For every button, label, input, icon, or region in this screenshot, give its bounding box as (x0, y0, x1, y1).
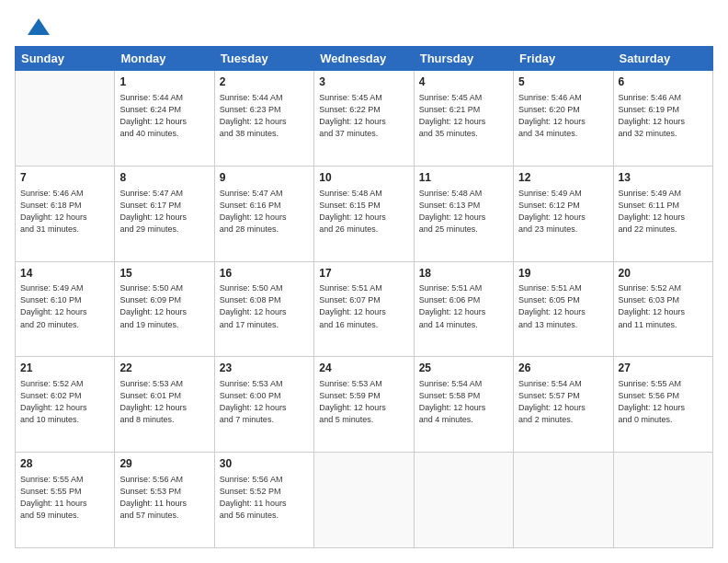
day-info: Sunrise: 5:44 AM Sunset: 6:23 PM Dayligh… (220, 92, 309, 140)
day-info: Sunrise: 5:46 AM Sunset: 6:18 PM Dayligh… (20, 188, 109, 236)
calendar-cell (613, 453, 712, 548)
week-row-5: 28Sunrise: 5:55 AM Sunset: 5:55 PM Dayli… (16, 453, 713, 548)
day-info: Sunrise: 5:48 AM Sunset: 6:13 PM Dayligh… (419, 188, 508, 236)
calendar-cell: 6Sunrise: 5:46 AM Sunset: 6:19 PM Daylig… (613, 71, 712, 167)
calendar-cell: 5Sunrise: 5:46 AM Sunset: 6:20 PM Daylig… (514, 71, 613, 167)
day-info: Sunrise: 5:51 AM Sunset: 6:05 PM Dayligh… (518, 282, 608, 330)
day-info: Sunrise: 5:52 AM Sunset: 6:03 PM Dayligh… (619, 282, 708, 330)
day-info: Sunrise: 5:53 AM Sunset: 5:59 PM Dayligh… (319, 378, 408, 426)
day-number: 1 (119, 75, 209, 90)
day-number: 10 (319, 170, 408, 186)
calendar-cell: 26Sunrise: 5:54 AM Sunset: 5:57 PM Dayli… (514, 357, 613, 453)
calendar-cell: 17Sunrise: 5:51 AM Sunset: 6:07 PM Dayli… (314, 261, 414, 357)
calendar-cell: 14Sunrise: 5:49 AM Sunset: 6:10 PM Dayli… (16, 261, 115, 357)
day-info: Sunrise: 5:54 AM Sunset: 5:57 PM Dayligh… (518, 378, 608, 426)
day-info: Sunrise: 5:50 AM Sunset: 6:09 PM Dayligh… (119, 282, 209, 330)
day-number: 7 (20, 170, 109, 186)
day-info: Sunrise: 5:47 AM Sunset: 6:17 PM Dayligh… (119, 188, 209, 236)
svg-marker-0 (28, 18, 50, 35)
weekday-header-sunday: Sunday (16, 47, 115, 71)
calendar-cell: 7Sunrise: 5:46 AM Sunset: 6:18 PM Daylig… (16, 166, 115, 261)
weekday-header-thursday: Thursday (414, 47, 513, 71)
day-number: 20 (619, 266, 708, 282)
day-info: Sunrise: 5:45 AM Sunset: 6:22 PM Dayligh… (319, 92, 408, 140)
day-number: 24 (319, 361, 408, 376)
logo-icon (26, 15, 51, 40)
day-number: 30 (220, 456, 309, 472)
day-info: Sunrise: 5:48 AM Sunset: 6:15 PM Dayligh… (319, 188, 408, 236)
day-info: Sunrise: 5:49 AM Sunset: 6:11 PM Dayligh… (619, 188, 708, 236)
calendar-cell: 15Sunrise: 5:50 AM Sunset: 6:09 PM Dayli… (115, 261, 214, 357)
day-info: Sunrise: 5:56 AM Sunset: 5:53 PM Dayligh… (119, 474, 209, 522)
calendar-cell: 16Sunrise: 5:50 AM Sunset: 6:08 PM Dayli… (214, 261, 313, 357)
day-info: Sunrise: 5:52 AM Sunset: 6:02 PM Dayligh… (20, 378, 109, 426)
day-info: Sunrise: 5:49 AM Sunset: 6:12 PM Dayligh… (518, 188, 608, 236)
calendar-cell: 24Sunrise: 5:53 AM Sunset: 5:59 PM Dayli… (314, 357, 414, 453)
day-number: 4 (419, 75, 508, 90)
week-row-1: 1Sunrise: 5:44 AM Sunset: 6:24 PM Daylig… (16, 71, 713, 167)
day-info: Sunrise: 5:51 AM Sunset: 6:06 PM Dayligh… (419, 282, 508, 330)
day-info: Sunrise: 5:55 AM Sunset: 5:56 PM Dayligh… (619, 378, 708, 426)
calendar-cell (16, 71, 115, 167)
day-number: 13 (619, 170, 708, 186)
calendar-cell: 18Sunrise: 5:51 AM Sunset: 6:06 PM Dayli… (414, 261, 513, 357)
day-info: Sunrise: 5:55 AM Sunset: 5:55 PM Dayligh… (20, 474, 109, 522)
logo (15, 15, 51, 37)
calendar-cell: 3Sunrise: 5:45 AM Sunset: 6:22 PM Daylig… (314, 71, 414, 167)
calendar-cell: 28Sunrise: 5:55 AM Sunset: 5:55 PM Dayli… (16, 453, 115, 548)
week-row-2: 7Sunrise: 5:46 AM Sunset: 6:18 PM Daylig… (16, 166, 713, 261)
day-info: Sunrise: 5:50 AM Sunset: 6:08 PM Dayligh… (220, 282, 309, 330)
calendar-table: SundayMondayTuesdayWednesdayThursdayFrid… (15, 46, 713, 548)
day-number: 16 (220, 266, 309, 282)
day-number: 23 (220, 361, 309, 376)
calendar-cell: 23Sunrise: 5:53 AM Sunset: 6:00 PM Dayli… (214, 357, 313, 453)
day-number: 21 (20, 361, 109, 376)
day-info: Sunrise: 5:46 AM Sunset: 6:20 PM Dayligh… (518, 92, 608, 140)
day-number: 6 (619, 75, 708, 90)
day-info: Sunrise: 5:53 AM Sunset: 6:00 PM Dayligh… (220, 378, 309, 426)
day-number: 27 (619, 361, 708, 376)
day-info: Sunrise: 5:51 AM Sunset: 6:07 PM Dayligh… (319, 282, 408, 330)
day-number: 26 (518, 361, 608, 376)
day-info: Sunrise: 5:44 AM Sunset: 6:24 PM Dayligh… (119, 92, 209, 140)
calendar-cell: 9Sunrise: 5:47 AM Sunset: 6:16 PM Daylig… (214, 166, 313, 261)
day-number: 17 (319, 266, 408, 282)
day-number: 3 (319, 75, 408, 90)
day-info: Sunrise: 5:46 AM Sunset: 6:19 PM Dayligh… (619, 92, 708, 140)
calendar-cell: 25Sunrise: 5:54 AM Sunset: 5:58 PM Dayli… (414, 357, 513, 453)
day-number: 5 (518, 75, 608, 90)
weekday-header-wednesday: Wednesday (314, 47, 414, 71)
calendar-cell (414, 453, 513, 548)
week-row-3: 14Sunrise: 5:49 AM Sunset: 6:10 PM Dayli… (16, 261, 713, 357)
weekday-header-row: SundayMondayTuesdayWednesdayThursdayFrid… (16, 47, 713, 71)
calendar-cell: 27Sunrise: 5:55 AM Sunset: 5:56 PM Dayli… (613, 357, 712, 453)
calendar-cell: 1Sunrise: 5:44 AM Sunset: 6:24 PM Daylig… (115, 71, 214, 167)
day-number: 28 (20, 456, 109, 472)
calendar-cell (514, 453, 613, 548)
day-number: 22 (119, 361, 209, 376)
calendar-cell: 13Sunrise: 5:49 AM Sunset: 6:11 PM Dayli… (613, 166, 712, 261)
calendar-cell (314, 453, 414, 548)
day-number: 25 (419, 361, 508, 376)
day-number: 9 (220, 170, 309, 186)
day-info: Sunrise: 5:56 AM Sunset: 5:52 PM Dayligh… (220, 474, 309, 522)
calendar-cell: 22Sunrise: 5:53 AM Sunset: 6:01 PM Dayli… (115, 357, 214, 453)
weekday-header-tuesday: Tuesday (214, 47, 313, 71)
calendar-cell: 30Sunrise: 5:56 AM Sunset: 5:52 PM Dayli… (214, 453, 313, 548)
day-info: Sunrise: 5:45 AM Sunset: 6:21 PM Dayligh… (419, 92, 508, 140)
weekday-header-saturday: Saturday (613, 47, 712, 71)
calendar-cell: 10Sunrise: 5:48 AM Sunset: 6:15 PM Dayli… (314, 166, 414, 261)
weekday-header-friday: Friday (514, 47, 613, 71)
weekday-header-monday: Monday (115, 47, 214, 71)
day-number: 29 (119, 456, 209, 472)
day-number: 8 (119, 170, 209, 186)
header (15, 15, 713, 37)
calendar-cell: 20Sunrise: 5:52 AM Sunset: 6:03 PM Dayli… (613, 261, 712, 357)
day-number: 11 (419, 170, 508, 186)
day-info: Sunrise: 5:49 AM Sunset: 6:10 PM Dayligh… (20, 282, 109, 330)
calendar-page: SundayMondayTuesdayWednesdayThursdayFrid… (0, 0, 728, 563)
calendar-cell: 19Sunrise: 5:51 AM Sunset: 6:05 PM Dayli… (514, 261, 613, 357)
day-number: 14 (20, 266, 109, 282)
day-number: 18 (419, 266, 508, 282)
day-number: 15 (119, 266, 209, 282)
